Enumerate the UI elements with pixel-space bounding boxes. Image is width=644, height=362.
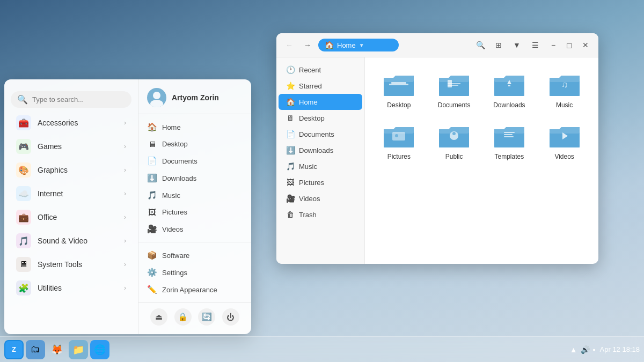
sidebar-item-documents[interactable]: 📄 Documents	[279, 126, 362, 142]
place-desktop[interactable]: 🖥 Desktop	[138, 136, 251, 152]
category-label-office: Office	[38, 213, 118, 221]
category-office[interactable]: 💼 Office ›	[8, 205, 135, 229]
power-button[interactable]: ⏻	[222, 308, 239, 326]
category-arrow-utilities: ›	[124, 284, 126, 292]
app-menu: 🔍 🧰 Accessories › 🎮 Games › 🎨 Graphics ›…	[4, 79, 251, 334]
sidebar-item-recent[interactable]: 🕐 Recent	[279, 62, 362, 78]
sidebar-icon-recent: 🕐	[286, 65, 295, 74]
back-button[interactable]: ←	[282, 38, 297, 53]
category-label-accessories: Accessories	[38, 119, 118, 127]
place-icon-desktop: 🖥	[147, 139, 157, 149]
logout-button[interactable]: ⏏	[150, 308, 167, 326]
sidebar-item-pictures[interactable]: 🖼 Pictures	[279, 174, 362, 190]
close-button[interactable]: ✕	[578, 38, 593, 53]
folder-videos[interactable]: Videos	[539, 117, 590, 165]
place-music[interactable]: 🎵 Music	[138, 187, 251, 204]
globe-icon[interactable]: 🌐	[90, 340, 109, 359]
forward-button[interactable]: →	[300, 38, 315, 53]
search-button[interactable]: 🔍	[473, 38, 488, 53]
place-downloads[interactable]: ⬇️ Downloads	[138, 169, 251, 187]
minimize-button[interactable]: −	[546, 38, 561, 53]
svg-rect-8	[448, 85, 458, 86]
place-icon-downloads: ⬇️	[147, 173, 157, 183]
maximize-button[interactable]: ◻	[562, 38, 577, 53]
place-label-documents: Documents	[162, 157, 197, 165]
wifi-icon[interactable]: ▲	[570, 345, 577, 354]
zorin-menu[interactable]: Z	[4, 340, 24, 359]
sidebar-item-downloads[interactable]: ⬇️ Downloads	[279, 142, 362, 158]
place-icon-pictures: 🖼	[147, 208, 157, 217]
search-bar-container: 🔍	[4, 86, 138, 111]
sidebar-label-starred: Starred	[299, 82, 322, 90]
place-settings[interactable]: ⚙️ Settings	[138, 264, 251, 281]
folder-icon-templates	[492, 122, 526, 151]
place-icon-software: 📦	[147, 250, 157, 260]
folder-label-public: Public	[445, 153, 463, 160]
sidebar-item-trash[interactable]: 🗑 Trash	[279, 206, 362, 223]
sidebar-icon-videos: 🎥	[286, 194, 295, 203]
place-home[interactable]: 🏠 Home	[138, 119, 251, 136]
svg-point-33	[150, 100, 163, 107]
folder-downloads[interactable]: Downloads	[484, 66, 535, 113]
svg-rect-28	[504, 136, 514, 137]
category-label-sound-video: Sound & Video	[38, 237, 118, 245]
svg-rect-27	[504, 134, 513, 135]
category-system-tools[interactable]: 🖥 System Tools ›	[8, 253, 135, 276]
sidebar-item-desktop[interactable]: 🖥 Desktop	[279, 110, 362, 126]
menu-button[interactable]: ☰	[528, 38, 543, 53]
category-utilities[interactable]: 🧩 Utilities ›	[8, 276, 135, 300]
place-zorin-appearance[interactable]: ✏️ Zorin Appearance	[138, 281, 251, 298]
place-pictures[interactable]: 🖼 Pictures	[138, 204, 251, 220]
place-videos[interactable]: 🎥 Videos	[138, 220, 251, 238]
search-icon: 🔍	[17, 94, 28, 105]
sidebar-item-starred[interactable]: ⭐ Starred	[279, 78, 362, 94]
folder-icon-videos	[547, 122, 582, 151]
location-dropdown-icon: ▼	[359, 42, 364, 48]
sidebar-icon-music: 🎵	[286, 162, 295, 171]
category-label-system-tools: System Tools	[38, 260, 118, 269]
sidebar-item-videos[interactable]: 🎥 Videos	[279, 190, 362, 206]
place-label-videos: Videos	[162, 225, 184, 233]
svg-rect-5	[439, 79, 469, 82]
folder-icon-pictures	[382, 122, 416, 151]
category-accessories[interactable]: 🧰 Accessories ›	[8, 111, 135, 135]
folder-documents[interactable]: Documents	[429, 66, 480, 113]
category-label-internet: Internet	[38, 189, 118, 198]
sidebar-label-home: Home	[299, 98, 318, 106]
taskbar: Z🗂🦊📁🌐 ▲ 🔊 ▪ Apr 12 18:18	[0, 336, 644, 362]
category-internet[interactable]: ☁️ Internet ›	[8, 182, 135, 205]
location-bar[interactable]: 🏠 Home ▼	[318, 39, 399, 51]
files-icon[interactable]: 🗂	[26, 340, 45, 359]
folder-icon-desktop	[382, 70, 416, 99]
taskbar-left: Z🗂🦊📁🌐	[4, 340, 109, 359]
folder-templates[interactable]: Templates	[484, 117, 535, 165]
view-toggle-button[interactable]: ⊞	[491, 38, 506, 53]
user-name: Artyom Zorin	[172, 93, 219, 102]
lock-button[interactable]: 🔒	[174, 308, 192, 326]
volume-icon[interactable]: 🔊	[581, 345, 590, 354]
sort-button[interactable]: ▼	[509, 38, 524, 53]
user-section: Artyom Zorin	[138, 88, 251, 114]
battery-icon[interactable]: ▪	[593, 345, 596, 354]
search-input[interactable]	[32, 95, 125, 104]
place-software[interactable]: 📦 Software	[138, 247, 251, 264]
category-graphics[interactable]: 🎨 Graphics ›	[8, 158, 135, 182]
refresh-button[interactable]: 🔄	[198, 308, 215, 326]
file-manager-body: 🕐 Recent ⭐ Starred 🏠 Home 🖥 Desktop 📄 Do…	[276, 57, 598, 264]
folder-desktop[interactable]: Desktop	[374, 66, 425, 113]
category-label-games: Games	[38, 142, 118, 151]
category-arrow-graphics: ›	[124, 166, 126, 174]
folder-music[interactable]: ♫ Music	[539, 66, 590, 113]
category-sound-video[interactable]: 🎵 Sound & Video ›	[8, 229, 135, 253]
firefox-icon[interactable]: 🦊	[47, 340, 67, 359]
sidebar-item-music[interactable]: 🎵 Music	[279, 158, 362, 174]
sidebar-icon-trash: 🗑	[286, 210, 295, 219]
folder-public[interactable]: Public	[429, 117, 480, 165]
place-label-downloads: Downloads	[162, 174, 196, 182]
nautilus-icon[interactable]: 📁	[69, 340, 88, 359]
place-documents[interactable]: 📄 Documents	[138, 152, 251, 169]
category-games[interactable]: 🎮 Games ›	[8, 135, 135, 158]
sidebar-item-home[interactable]: 🏠 Home	[279, 94, 362, 110]
folder-label-pictures: Pictures	[387, 153, 411, 160]
folder-pictures[interactable]: Pictures	[374, 117, 425, 165]
